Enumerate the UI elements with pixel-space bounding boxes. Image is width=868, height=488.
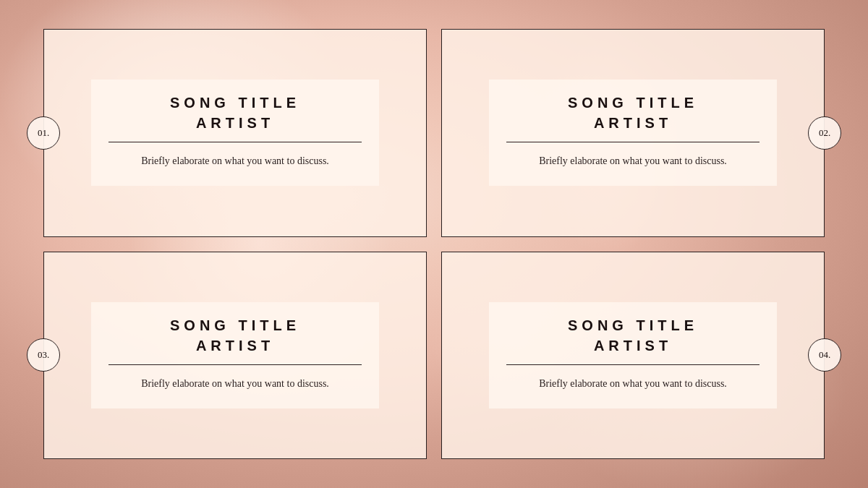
- music-card-1: SONG TITLEARTISTBriefly elaborate on wha…: [43, 29, 427, 237]
- description-1: Briefly elaborate on what you want to di…: [141, 153, 329, 170]
- song-title-3: SONG TITLEARTIST: [170, 315, 300, 356]
- card-wrapper-3: SONG TITLEARTISTBriefly elaborate on wha…: [43, 252, 427, 460]
- card-wrapper-1: SONG TITLEARTISTBriefly elaborate on wha…: [43, 29, 427, 237]
- song-title-4: SONG TITLEARTIST: [568, 315, 698, 356]
- badge-4: 04.: [808, 338, 841, 372]
- badge-3: 03.: [27, 338, 60, 372]
- description-2: Briefly elaborate on what you want to di…: [539, 153, 727, 170]
- card-inner-4: SONG TITLEARTISTBriefly elaborate on wha…: [489, 302, 777, 408]
- card-inner-1: SONG TITLEARTISTBriefly elaborate on wha…: [91, 80, 379, 186]
- description-3: Briefly elaborate on what you want to di…: [141, 375, 329, 393]
- card-inner-3: SONG TITLEARTISTBriefly elaborate on wha…: [91, 302, 379, 408]
- card-inner-2: SONG TITLEARTISTBriefly elaborate on wha…: [489, 80, 777, 186]
- card-grid: SONG TITLEARTISTBriefly elaborate on wha…: [0, 0, 868, 488]
- badge-1: 01.: [27, 116, 60, 150]
- song-title-2: SONG TITLEARTIST: [568, 93, 698, 133]
- song-title-1: SONG TITLEARTIST: [170, 93, 300, 133]
- divider-3: [109, 364, 362, 365]
- music-card-2: SONG TITLEARTISTBriefly elaborate on wha…: [441, 29, 825, 237]
- divider-2: [506, 142, 760, 142]
- divider-1: [109, 142, 362, 142]
- music-card-4: SONG TITLEARTISTBriefly elaborate on wha…: [441, 252, 825, 460]
- background: SONG TITLEARTISTBriefly elaborate on wha…: [0, 0, 868, 488]
- music-card-3: SONG TITLEARTISTBriefly elaborate on wha…: [43, 252, 427, 460]
- description-4: Briefly elaborate on what you want to di…: [539, 375, 727, 393]
- card-wrapper-4: SONG TITLEARTISTBriefly elaborate on wha…: [441, 252, 825, 460]
- card-wrapper-2: SONG TITLEARTISTBriefly elaborate on wha…: [441, 29, 825, 237]
- divider-4: [506, 364, 760, 365]
- badge-2: 02.: [808, 116, 841, 150]
